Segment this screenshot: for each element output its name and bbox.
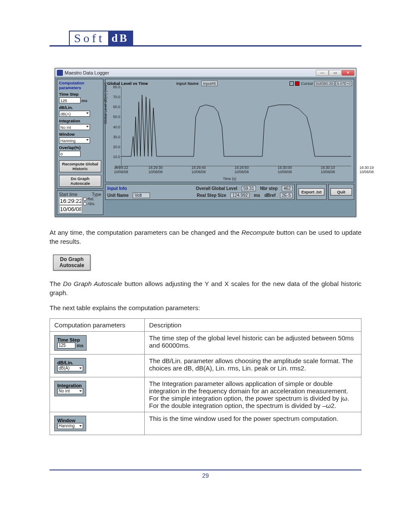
softdb-logo: Soft dB	[69, 31, 133, 46]
realstep-value: 124.992	[230, 193, 249, 198]
y-tick: 60.0	[112, 105, 120, 109]
table-row: IntegrationNo intThe Integration paramet…	[50, 377, 361, 412]
overlap-label: Overlap(%)	[59, 145, 101, 150]
start-time-time[interactable]	[59, 197, 82, 205]
titlebar: Maestro Data Logger — ▭ ✕	[55, 68, 356, 77]
overall-value: 59.31	[242, 186, 256, 191]
logo-soft: Soft	[70, 31, 108, 45]
app-icon	[57, 70, 63, 76]
page-footer: 29	[50, 470, 361, 479]
maximize-button[interactable]: ▭	[329, 70, 342, 76]
dbref-value: 2E-5	[280, 193, 293, 198]
page-number: 29	[202, 472, 209, 479]
param-mini-panel: Time Stepms	[54, 335, 87, 351]
paragraph-3: The next table explains the computation …	[50, 303, 361, 312]
nbrstep-label: Nbr step	[260, 186, 278, 191]
start-time-heading: Start time	[59, 192, 78, 197]
window-title: Maestro Data Logger	[65, 70, 109, 75]
x-axis-label: Time (s)	[223, 177, 237, 181]
input-name-value: Input#5	[201, 81, 218, 86]
overall-label: Overall Global Level	[196, 186, 237, 191]
table-row: dB/Lin.dB(A)The dB/Lin. parameter allows…	[50, 354, 361, 377]
close-button[interactable]: ✕	[342, 70, 355, 76]
recompute-button[interactable]: Recompute Global Historic	[59, 160, 101, 172]
mini-unit: ms	[77, 343, 84, 348]
start-time-panel: Start time Type Rel. Abs.	[57, 190, 103, 215]
param-mini-panel: IntegrationNo int	[54, 381, 86, 396]
window-label: Window	[59, 132, 101, 137]
x-tick: 16:30:1910/06/08	[359, 165, 374, 174]
trace-line	[121, 87, 351, 166]
dblin-label: dB/Lin.	[59, 105, 101, 110]
mini-panel-title: dB/Lin.	[57, 360, 83, 365]
param-mini-panel: WindowHanning	[54, 416, 86, 431]
x-tick: 16:30:0010/06/08	[277, 165, 292, 174]
mini-input[interactable]	[57, 342, 75, 348]
rel-radio[interactable]: Rel.	[83, 197, 95, 201]
unitname-label: Unit Name	[107, 193, 128, 198]
realstep-label: Real Step Size	[197, 193, 226, 198]
cursor-color-icon	[295, 81, 299, 86]
cursor-toggle-icon[interactable]	[290, 81, 294, 86]
table-row: WindowHanningThis is the time window use…	[50, 412, 361, 435]
input-info-panel: Input Info Overall Global Level 59.31 Nb…	[105, 184, 295, 200]
y-tick: 40.0	[112, 125, 120, 129]
integration-combo[interactable]: No int	[59, 124, 90, 130]
maestro-window: Maestro Data Logger — ▭ ✕ Computation pa…	[55, 68, 356, 217]
dblin-combo[interactable]: dB(A)	[59, 111, 90, 117]
time-step-unit: ms	[81, 98, 87, 103]
param-description: The time step of the global level histor…	[145, 331, 361, 354]
logo-db: dB	[108, 31, 132, 45]
mini-combo[interactable]: Hanning	[57, 423, 83, 429]
sidebar-heading: Computation parameters	[59, 81, 101, 90]
x-tick: 16:30:1010/06/08	[321, 165, 335, 174]
nbrstep-value: 462	[282, 186, 293, 191]
mini-panel-title: Window	[57, 418, 83, 423]
cursor-value: 9.07E+0	[336, 81, 352, 86]
mini-combo[interactable]: dB(A)	[57, 365, 83, 371]
page-header: Soft dB	[50, 30, 361, 47]
plot-area	[121, 87, 351, 166]
time-step-input[interactable]	[59, 97, 81, 103]
cursor-time: 918380:29	[314, 81, 334, 86]
time-step-label: Time Step	[59, 92, 101, 96]
abs-radio[interactable]: Abs.	[83, 202, 95, 206]
export-panel: Export .txt	[296, 184, 327, 200]
export-button[interactable]: Export .txt	[299, 188, 324, 196]
x-tick: 16:29:4010/06/08	[191, 165, 206, 174]
y-tick: 70.0	[112, 95, 120, 99]
x-tick: 16:29:2210/06/08	[114, 165, 128, 174]
paragraph-2: The Do Graph Autoscale button allows adj…	[50, 279, 361, 297]
table-header-1: Computation parameters	[50, 318, 145, 331]
quit-panel: Quit	[328, 184, 354, 200]
mini-combo[interactable]: No int	[57, 388, 83, 394]
y-tick: 50.0	[112, 115, 120, 119]
x-tick: 16:29:5010/06/08	[234, 165, 249, 174]
param-description: The dB/Lin. parameter allows choosing th…	[145, 354, 361, 377]
start-time-date[interactable]	[59, 205, 82, 213]
quit-button[interactable]: Quit	[330, 188, 352, 196]
graph-panel: Global Level vs Time Input Name Input#5 …	[105, 79, 354, 182]
param-mini-panel: dB/Lin.dB(A)	[54, 358, 86, 373]
mini-panel-title: Time Step	[57, 337, 84, 342]
y-tick: 20.0	[112, 145, 120, 149]
input-name-label: Input Name	[176, 81, 199, 86]
computation-params-panel: Computation parameters Time Step ms dB/L…	[57, 79, 103, 189]
y-tick: 30.0	[112, 135, 120, 139]
autoscale-button[interactable]: Do Graph Autoscale	[59, 175, 101, 187]
mini-panel-title: Integration	[57, 383, 83, 388]
param-description: The Integration parameter allows applica…	[145, 377, 361, 412]
table-header-2: Description	[145, 318, 361, 331]
dbref-label: dBref	[265, 193, 276, 198]
input-info-heading: Input Info	[107, 186, 127, 191]
cursor-label: Cursor	[301, 81, 313, 86]
cursor-readout: Cursor 918380:29 9.07E+0	[290, 81, 352, 86]
autoscale-button-image: Do Graph Autoscale	[53, 255, 90, 271]
param-description: This is the time window used for the pow…	[145, 412, 361, 435]
window-combo[interactable]: Hanning	[59, 137, 90, 143]
type-heading: Type	[92, 192, 101, 197]
overlap-input[interactable]	[59, 151, 81, 157]
params-table: Computation parameters Description Time …	[50, 318, 361, 435]
paragraph-1: At any time, the computation parameters …	[50, 228, 361, 246]
minimize-button[interactable]: —	[316, 70, 329, 76]
